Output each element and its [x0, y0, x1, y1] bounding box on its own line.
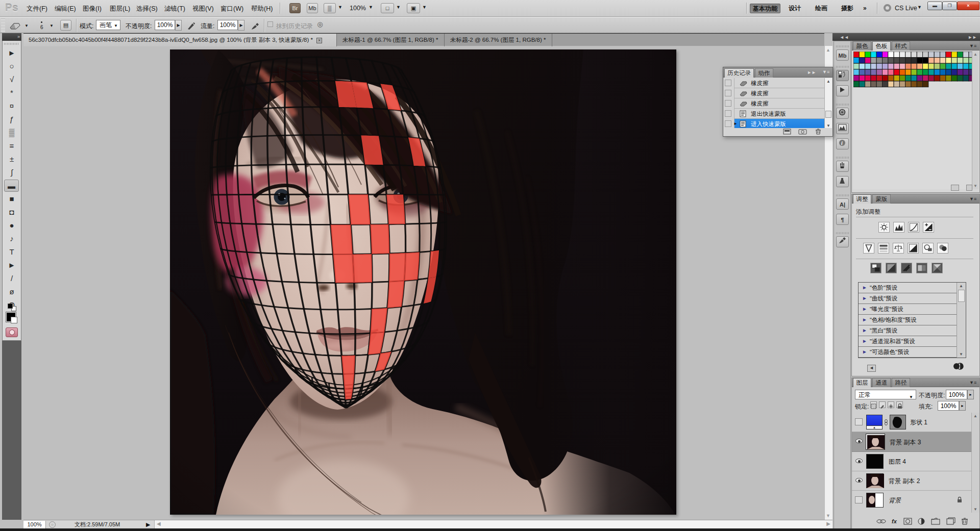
svg-text:fx: fx	[892, 518, 897, 524]
svg-text:i: i	[841, 140, 843, 146]
